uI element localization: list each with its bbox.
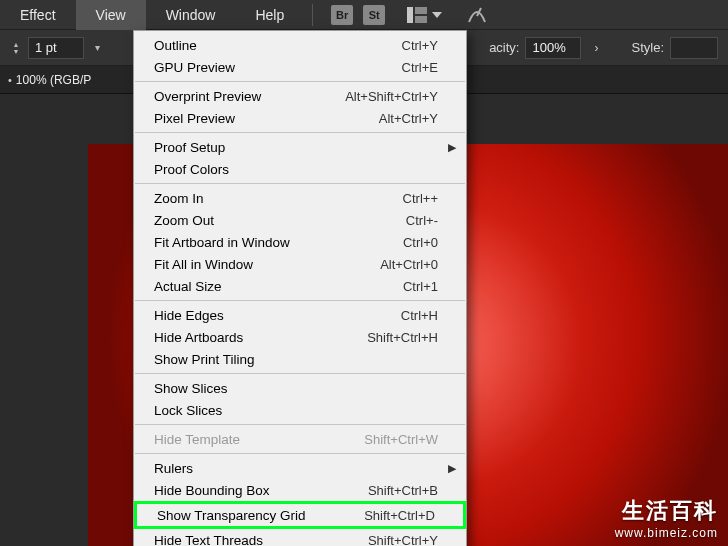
stock-icon[interactable]: St [363,5,385,25]
submenu-arrow-icon: ▶ [448,462,456,475]
svg-rect-0 [407,7,413,23]
menu-item-proof-setup[interactable]: Proof Setup▶ [134,136,466,158]
menu-item-shortcut: Ctrl++ [403,191,438,206]
menu-item-label: Hide Text Threads [154,533,368,547]
menu-help-label: Help [255,7,284,23]
menu-item-lock-slices[interactable]: Lock Slices [134,399,466,421]
menu-item-overprint-preview[interactable]: Overprint PreviewAlt+Shift+Ctrl+Y [134,85,466,107]
menu-item-outline[interactable]: OutlineCtrl+Y [134,34,466,56]
menu-item-label: GPU Preview [154,60,402,75]
menu-effect[interactable]: Effect [0,0,76,30]
menu-item-show-slices[interactable]: Show Slices [134,377,466,399]
menu-item-shortcut: Ctrl+- [406,213,438,228]
svg-rect-2 [415,16,427,23]
document-tab-label[interactable]: 100% (RGB/P [16,73,91,87]
menu-item-fit-all-in-window[interactable]: Fit All in WindowAlt+Ctrl+0 [134,253,466,275]
menu-item-label: Show Transparency Grid [157,508,364,523]
submenu-arrow-icon: ▶ [448,141,456,154]
menu-item-label: Outline [154,38,402,53]
menu-item-shortcut: Shift+Ctrl+W [364,432,438,447]
menu-item-shortcut: Alt+Ctrl+0 [380,257,438,272]
menu-item-show-print-tiling[interactable]: Show Print Tiling [134,348,466,370]
menu-window-label: Window [166,7,216,23]
menu-item-fit-artboard-in-window[interactable]: Fit Artboard in WindowCtrl+0 [134,231,466,253]
style-swatch[interactable] [670,37,718,59]
menubar: Effect View Window Help Br St [0,0,728,30]
menu-item-label: Show Print Tiling [154,352,438,367]
menu-item-label: Show Slices [154,381,438,396]
menu-separator [135,424,465,425]
menubar-divider [312,4,313,26]
menu-item-shortcut: Ctrl+Y [402,38,438,53]
gpu-perf-icon[interactable] [465,3,489,27]
menu-item-label: Proof Colors [154,162,438,177]
menu-item-proof-colors[interactable]: Proof Colors [134,158,466,180]
menu-item-label: Hide Template [154,432,364,447]
menu-item-pixel-preview[interactable]: Pixel PreviewAlt+Ctrl+Y [134,107,466,129]
menu-item-label: Actual Size [154,279,403,294]
style-label: Style: [631,40,664,55]
menu-item-label: Pixel Preview [154,111,379,126]
chevron-down-icon[interactable] [429,3,445,27]
menu-separator [135,373,465,374]
menu-item-zoom-out[interactable]: Zoom OutCtrl+- [134,209,466,231]
menu-item-hide-template: Hide TemplateShift+Ctrl+W [134,428,466,450]
menu-item-label: Fit All in Window [154,257,380,272]
menu-item-actual-size[interactable]: Actual SizeCtrl+1 [134,275,466,297]
menu-item-shortcut: Ctrl+1 [403,279,438,294]
menu-item-label: Lock Slices [154,403,438,418]
opacity-field[interactable]: 100% [525,37,581,59]
menu-item-label: Hide Artboards [154,330,367,345]
svg-rect-1 [415,7,427,14]
menu-item-label: Fit Artboard in Window [154,235,403,250]
menu-item-shortcut: Shift+Ctrl+B [368,483,438,498]
menu-item-label: Zoom Out [154,213,406,228]
menu-item-hide-text-threads[interactable]: Hide Text ThreadsShift+Ctrl+Y [134,529,466,546]
menu-window[interactable]: Window [146,0,236,30]
watermark: 生活百科 www.bimeiz.com [615,496,718,540]
menu-item-shortcut: Alt+Ctrl+Y [379,111,438,126]
menu-view-label: View [96,7,126,23]
menu-item-hide-artboards[interactable]: Hide ArtboardsShift+Ctrl+H [134,326,466,348]
stroke-weight-dropdown[interactable]: ▾ [90,42,104,53]
view-menu: OutlineCtrl+YGPU PreviewCtrl+EOverprint … [133,30,467,546]
menu-item-gpu-preview[interactable]: GPU PreviewCtrl+E [134,56,466,78]
opacity-value: 100% [532,40,565,55]
menu-separator [135,183,465,184]
menu-item-shortcut: Shift+Ctrl+Y [368,533,438,547]
opacity-flyout[interactable]: › [587,41,605,55]
bridge-icon[interactable]: Br [331,5,353,25]
menu-item-shortcut: Ctrl+E [402,60,438,75]
stroke-stepper[interactable]: ▲▼ [10,41,22,55]
menu-item-label: Hide Bounding Box [154,483,368,498]
watermark-line2: www.bimeiz.com [615,526,718,540]
doc-bullet-icon: • [8,74,12,86]
menu-item-rulers[interactable]: Rulers▶ [134,457,466,479]
menu-separator [135,300,465,301]
menu-separator [135,132,465,133]
menu-item-label: Proof Setup [154,140,438,155]
stroke-weight-value: 1 pt [35,40,57,55]
menu-effect-label: Effect [20,7,56,23]
stroke-weight-field[interactable]: 1 pt [28,37,84,59]
menu-item-shortcut: Shift+Ctrl+D [364,508,435,523]
menu-item-label: Zoom In [154,191,403,206]
menu-view[interactable]: View [76,0,146,30]
menu-item-hide-bounding-box[interactable]: Hide Bounding BoxShift+Ctrl+B [134,479,466,501]
watermark-line1: 生活百科 [615,496,718,526]
menu-separator [135,81,465,82]
menu-item-hide-edges[interactable]: Hide EdgesCtrl+H [134,304,466,326]
menu-item-shortcut: Shift+Ctrl+H [367,330,438,345]
menu-item-zoom-in[interactable]: Zoom InCtrl++ [134,187,466,209]
menu-separator [135,453,465,454]
menu-item-label: Overprint Preview [154,89,345,104]
menu-item-label: Rulers [154,461,438,476]
menu-item-show-transparency-grid[interactable]: Show Transparency GridShift+Ctrl+D [137,504,463,526]
arrange-docs-icon[interactable] [405,3,429,27]
menu-item-label: Hide Edges [154,308,401,323]
menu-left: Effect View Window Help Br St [0,0,489,30]
menu-item-shortcut: Ctrl+0 [403,235,438,250]
menu-item-shortcut: Alt+Shift+Ctrl+Y [345,89,438,104]
menu-help[interactable]: Help [235,0,304,30]
opacity-label: acity: [489,40,519,55]
